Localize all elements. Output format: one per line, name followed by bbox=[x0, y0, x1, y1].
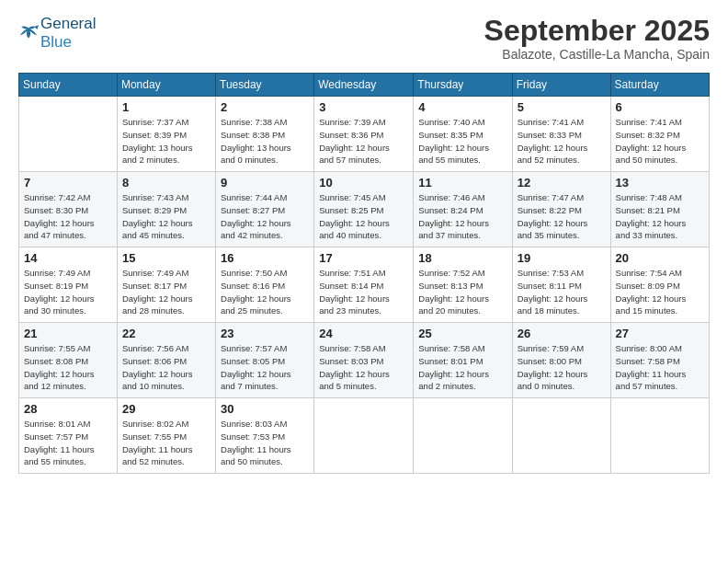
day-info: Sunrise: 7:57 AM Sunset: 8:05 PM Dayligh… bbox=[221, 342, 309, 393]
day-number: 28 bbox=[24, 402, 112, 416]
logo-general: General bbox=[40, 15, 96, 33]
day-number: 18 bbox=[418, 251, 506, 265]
calendar-cell: 2Sunrise: 7:38 AM Sunset: 8:38 PM Daylig… bbox=[216, 97, 314, 172]
col-wednesday: Wednesday bbox=[314, 74, 414, 97]
calendar-cell: 25Sunrise: 7:58 AM Sunset: 8:01 PM Dayli… bbox=[414, 323, 512, 398]
day-number: 10 bbox=[319, 176, 408, 190]
day-info: Sunrise: 7:42 AM Sunset: 8:30 PM Dayligh… bbox=[24, 191, 112, 242]
day-number: 8 bbox=[122, 176, 210, 190]
calendar-cell bbox=[512, 398, 610, 474]
day-info: Sunrise: 7:40 AM Sunset: 8:35 PM Dayligh… bbox=[418, 116, 506, 167]
location-subtitle: Balazote, Castille-La Mancha, Spain bbox=[484, 47, 710, 62]
day-info: Sunrise: 7:45 AM Sunset: 8:25 PM Dayligh… bbox=[319, 191, 408, 242]
day-info: Sunrise: 7:54 AM Sunset: 8:09 PM Dayligh… bbox=[616, 267, 704, 317]
day-number: 6 bbox=[616, 100, 704, 114]
day-info: Sunrise: 8:02 AM Sunset: 7:55 PM Dayligh… bbox=[122, 418, 210, 468]
calendar-header-row: Sunday Monday Tuesday Wednesday Thursday… bbox=[19, 74, 710, 97]
day-number: 1 bbox=[122, 100, 210, 114]
calendar-week-row: 7Sunrise: 7:42 AM Sunset: 8:30 PM Daylig… bbox=[19, 172, 710, 247]
day-number: 27 bbox=[616, 327, 704, 340]
day-info: Sunrise: 7:56 AM Sunset: 8:06 PM Dayligh… bbox=[122, 342, 210, 393]
logo-text: General Blue bbox=[40, 15, 96, 52]
calendar-cell: 10Sunrise: 7:45 AM Sunset: 8:25 PM Dayli… bbox=[314, 172, 414, 247]
calendar-cell: 29Sunrise: 8:02 AM Sunset: 7:55 PM Dayli… bbox=[117, 398, 215, 474]
day-number: 14 bbox=[24, 251, 112, 265]
calendar-week-row: 21Sunrise: 7:55 AM Sunset: 8:08 PM Dayli… bbox=[19, 323, 710, 398]
logo: General Blue bbox=[18, 15, 96, 52]
day-number: 22 bbox=[122, 327, 210, 340]
calendar-cell: 23Sunrise: 7:57 AM Sunset: 8:05 PM Dayli… bbox=[216, 323, 314, 398]
day-info: Sunrise: 7:44 AM Sunset: 8:27 PM Dayligh… bbox=[221, 191, 309, 242]
day-info: Sunrise: 7:47 AM Sunset: 8:22 PM Dayligh… bbox=[518, 191, 606, 242]
day-info: Sunrise: 7:53 AM Sunset: 8:11 PM Dayligh… bbox=[518, 267, 606, 317]
day-info: Sunrise: 7:39 AM Sunset: 8:36 PM Dayligh… bbox=[319, 116, 408, 167]
day-number: 17 bbox=[319, 251, 408, 265]
day-info: Sunrise: 7:59 AM Sunset: 8:00 PM Dayligh… bbox=[518, 342, 606, 393]
day-number: 16 bbox=[221, 251, 309, 265]
day-number: 23 bbox=[221, 327, 309, 340]
day-info: Sunrise: 7:58 AM Sunset: 8:01 PM Dayligh… bbox=[418, 342, 506, 393]
logo-icon bbox=[18, 25, 39, 41]
day-info: Sunrise: 7:41 AM Sunset: 8:32 PM Dayligh… bbox=[616, 116, 704, 167]
calendar-cell: 13Sunrise: 7:48 AM Sunset: 8:21 PM Dayli… bbox=[610, 172, 709, 247]
day-number: 24 bbox=[319, 327, 408, 340]
calendar-cell: 4Sunrise: 7:40 AM Sunset: 8:35 PM Daylig… bbox=[414, 97, 512, 172]
calendar-cell: 28Sunrise: 8:01 AM Sunset: 7:57 PM Dayli… bbox=[19, 398, 118, 474]
month-title: September 2025 bbox=[484, 15, 710, 47]
day-info: Sunrise: 7:51 AM Sunset: 8:14 PM Dayligh… bbox=[319, 267, 408, 317]
calendar-cell: 24Sunrise: 7:58 AM Sunset: 8:03 PM Dayli… bbox=[314, 323, 414, 398]
day-number: 19 bbox=[518, 251, 606, 265]
day-number: 12 bbox=[518, 176, 606, 190]
day-info: Sunrise: 7:41 AM Sunset: 8:33 PM Dayligh… bbox=[518, 116, 606, 167]
logo-blue: Blue bbox=[40, 33, 96, 52]
calendar-cell: 21Sunrise: 7:55 AM Sunset: 8:08 PM Dayli… bbox=[19, 323, 118, 398]
col-saturday: Saturday bbox=[610, 74, 709, 97]
day-info: Sunrise: 7:37 AM Sunset: 8:39 PM Dayligh… bbox=[122, 116, 210, 167]
calendar-cell: 17Sunrise: 7:51 AM Sunset: 8:14 PM Dayli… bbox=[314, 247, 414, 323]
day-info: Sunrise: 7:50 AM Sunset: 8:16 PM Dayligh… bbox=[221, 267, 309, 317]
calendar-cell: 11Sunrise: 7:46 AM Sunset: 8:24 PM Dayli… bbox=[414, 172, 512, 247]
day-number: 20 bbox=[616, 251, 704, 265]
day-number: 21 bbox=[24, 327, 112, 340]
day-number: 29 bbox=[122, 402, 210, 416]
col-monday: Monday bbox=[117, 74, 215, 97]
day-info: Sunrise: 8:01 AM Sunset: 7:57 PM Dayligh… bbox=[24, 418, 112, 468]
day-number: 13 bbox=[616, 176, 704, 190]
day-info: Sunrise: 8:03 AM Sunset: 7:53 PM Dayligh… bbox=[221, 418, 309, 468]
calendar-week-row: 28Sunrise: 8:01 AM Sunset: 7:57 PM Dayli… bbox=[19, 398, 710, 474]
day-info: Sunrise: 8:00 AM Sunset: 7:58 PM Dayligh… bbox=[616, 342, 704, 393]
day-number: 30 bbox=[221, 402, 309, 416]
calendar-cell bbox=[610, 398, 709, 474]
calendar-cell: 30Sunrise: 8:03 AM Sunset: 7:53 PM Dayli… bbox=[216, 398, 314, 474]
title-block: September 2025 Balazote, Castille-La Man… bbox=[484, 15, 710, 62]
day-info: Sunrise: 7:49 AM Sunset: 8:19 PM Dayligh… bbox=[24, 267, 112, 317]
calendar-cell: 20Sunrise: 7:54 AM Sunset: 8:09 PM Dayli… bbox=[610, 247, 709, 323]
col-thursday: Thursday bbox=[414, 74, 512, 97]
day-number: 11 bbox=[418, 176, 506, 190]
calendar-cell: 7Sunrise: 7:42 AM Sunset: 8:30 PM Daylig… bbox=[19, 172, 118, 247]
day-info: Sunrise: 7:46 AM Sunset: 8:24 PM Dayligh… bbox=[418, 191, 506, 242]
calendar-cell: 27Sunrise: 8:00 AM Sunset: 7:58 PM Dayli… bbox=[610, 323, 709, 398]
calendar-cell: 22Sunrise: 7:56 AM Sunset: 8:06 PM Dayli… bbox=[117, 323, 215, 398]
calendar-cell: 12Sunrise: 7:47 AM Sunset: 8:22 PM Dayli… bbox=[512, 172, 610, 247]
day-number: 7 bbox=[24, 176, 112, 190]
day-number: 3 bbox=[319, 100, 408, 114]
col-sunday: Sunday bbox=[19, 74, 118, 97]
calendar-cell: 6Sunrise: 7:41 AM Sunset: 8:32 PM Daylig… bbox=[610, 97, 709, 172]
day-info: Sunrise: 7:49 AM Sunset: 8:17 PM Dayligh… bbox=[122, 267, 210, 317]
day-number: 5 bbox=[518, 100, 606, 114]
calendar-cell bbox=[314, 398, 414, 474]
calendar-cell bbox=[19, 97, 118, 172]
calendar-cell: 26Sunrise: 7:59 AM Sunset: 8:00 PM Dayli… bbox=[512, 323, 610, 398]
calendar-week-row: 14Sunrise: 7:49 AM Sunset: 8:19 PM Dayli… bbox=[19, 247, 710, 323]
calendar-cell: 14Sunrise: 7:49 AM Sunset: 8:19 PM Dayli… bbox=[19, 247, 118, 323]
day-info: Sunrise: 7:55 AM Sunset: 8:08 PM Dayligh… bbox=[24, 342, 112, 393]
page-header: General Blue September 2025 Balazote, Ca… bbox=[18, 15, 710, 62]
calendar-cell: 8Sunrise: 7:43 AM Sunset: 8:29 PM Daylig… bbox=[117, 172, 215, 247]
calendar-cell: 16Sunrise: 7:50 AM Sunset: 8:16 PM Dayli… bbox=[216, 247, 314, 323]
day-number: 9 bbox=[221, 176, 309, 190]
col-friday: Friday bbox=[512, 74, 610, 97]
calendar-week-row: 1Sunrise: 7:37 AM Sunset: 8:39 PM Daylig… bbox=[19, 97, 710, 172]
calendar-cell bbox=[414, 398, 512, 474]
day-info: Sunrise: 7:52 AM Sunset: 8:13 PM Dayligh… bbox=[418, 267, 506, 317]
